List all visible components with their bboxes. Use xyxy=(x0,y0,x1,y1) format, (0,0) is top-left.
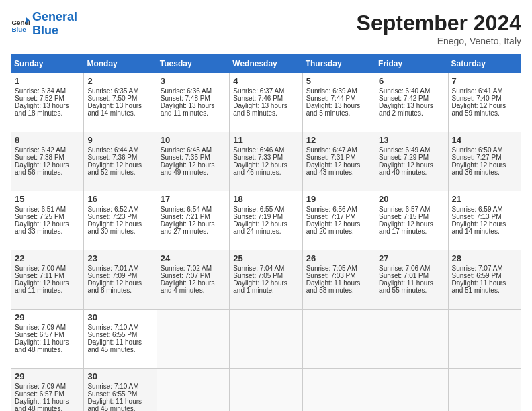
calendar-cell: 2Sunrise: 6:35 AMSunset: 7:50 PMDaylight… xyxy=(84,73,157,132)
calendar-cell: 5Sunrise: 6:39 AMSunset: 7:44 PMDaylight… xyxy=(302,73,375,132)
calendar-week-row: 22Sunrise: 7:00 AMSunset: 7:11 PMDayligh… xyxy=(11,250,521,310)
daylight: Daylight: 12 hours and 59 minutes. xyxy=(452,102,506,117)
daylight: Daylight: 13 hours and 11 minutes. xyxy=(161,102,215,117)
sunset: Sunset: 7:17 PM xyxy=(306,213,356,220)
sunrise: Sunrise: 6:39 AM xyxy=(306,87,357,95)
calendar-cell: 17Sunrise: 6:54 AMSunset: 7:21 PMDayligh… xyxy=(157,191,229,250)
day-number: 30 xyxy=(87,312,152,322)
sunset: Sunset: 6:55 PM xyxy=(87,331,137,338)
calendar-cell xyxy=(375,369,448,412)
svg-text:Blue: Blue xyxy=(11,26,26,33)
sunrise: Sunrise: 6:52 AM xyxy=(87,205,138,213)
calendar-cell: 22Sunrise: 7:00 AMSunset: 7:11 PMDayligh… xyxy=(11,250,84,310)
daylight: Daylight: 12 hours and 52 minutes. xyxy=(87,161,142,176)
daylight: Daylight: 13 hours and 14 minutes. xyxy=(87,102,142,117)
title-area: September 2024 Enego, Veneto, Italy xyxy=(357,11,521,46)
day-header-saturday: Saturday xyxy=(448,55,521,73)
calendar-cell xyxy=(448,310,521,369)
calendar-cell: 30Sunrise: 7:10 AMSunset: 6:55 PMDayligh… xyxy=(84,369,157,412)
daylight: Daylight: 11 hours and 45 minutes. xyxy=(87,338,142,353)
sunrise: Sunrise: 6:36 AM xyxy=(161,87,212,95)
day-number: 7 xyxy=(452,76,517,86)
sunrise: Sunrise: 6:34 AM xyxy=(15,87,66,95)
daylight: Daylight: 11 hours and 48 minutes. xyxy=(15,398,69,411)
calendar-cell: 15Sunrise: 6:51 AMSunset: 7:25 PMDayligh… xyxy=(11,191,84,250)
calendar-table: SundayMondayTuesdayWednesdayThursdayFrid… xyxy=(11,54,521,411)
day-number: 11 xyxy=(233,135,298,145)
daylight: Daylight: 11 hours and 55 minutes. xyxy=(379,279,433,294)
calendar-week-row: 8Sunrise: 6:42 AMSunset: 7:38 PMDaylight… xyxy=(11,132,521,191)
calendar-cell: 7Sunrise: 6:41 AMSunset: 7:40 PMDaylight… xyxy=(448,73,521,132)
day-number: 24 xyxy=(161,253,226,263)
sunset: Sunset: 6:59 PM xyxy=(452,272,502,279)
day-number: 6 xyxy=(379,76,444,86)
calendar-cell xyxy=(302,369,375,412)
calendar-cell: 1Sunrise: 6:34 AMSunset: 7:52 PMDaylight… xyxy=(11,73,84,132)
day-number: 19 xyxy=(306,194,371,204)
daylight: Daylight: 12 hours and 1 minute. xyxy=(233,279,287,294)
sunrise: Sunrise: 6:35 AM xyxy=(87,87,138,95)
day-header-monday: Monday xyxy=(84,55,157,73)
calendar-cell xyxy=(302,310,375,369)
sunrise: Sunrise: 6:40 AM xyxy=(379,87,430,95)
sunrise: Sunrise: 6:56 AM xyxy=(306,205,357,213)
sunset: Sunset: 7:38 PM xyxy=(15,154,64,161)
daylight: Daylight: 12 hours and 24 minutes. xyxy=(233,220,287,235)
sunrise: Sunrise: 6:47 AM xyxy=(306,146,357,154)
daylight: Daylight: 12 hours and 56 minutes. xyxy=(15,161,69,176)
daylight: Daylight: 12 hours and 11 minutes. xyxy=(15,279,69,294)
calendar-cell: 26Sunrise: 7:05 AMSunset: 7:03 PMDayligh… xyxy=(302,250,375,310)
day-number: 9 xyxy=(87,135,152,145)
sunset: Sunset: 7:35 PM xyxy=(161,154,210,161)
day-number: 8 xyxy=(15,135,80,145)
calendar-cell: 6Sunrise: 6:40 AMSunset: 7:42 PMDaylight… xyxy=(375,73,448,132)
sunset: Sunset: 6:55 PM xyxy=(87,390,137,398)
sunset: Sunset: 7:05 PM xyxy=(233,272,283,279)
daylight: Daylight: 11 hours and 45 minutes. xyxy=(87,398,142,411)
sunset: Sunset: 7:03 PM xyxy=(306,272,356,279)
day-number: 12 xyxy=(306,135,371,145)
calendar-cell: 24Sunrise: 7:02 AMSunset: 7:07 PMDayligh… xyxy=(157,250,229,310)
logo-text: GeneralBlue xyxy=(32,11,77,38)
calendar-cell: 9Sunrise: 6:44 AMSunset: 7:36 PMDaylight… xyxy=(84,132,157,191)
sunrise: Sunrise: 7:05 AM xyxy=(306,265,357,272)
daylight: Daylight: 12 hours and 30 minutes. xyxy=(87,220,142,235)
daylight: Daylight: 12 hours and 46 minutes. xyxy=(233,161,287,176)
day-number: 25 xyxy=(233,253,298,263)
daylight: Daylight: 12 hours and 17 minutes. xyxy=(379,220,433,235)
logo: General Blue GeneralBlue xyxy=(11,11,77,38)
daylight: Daylight: 12 hours and 49 minutes. xyxy=(161,161,215,176)
sunset: Sunset: 7:42 PM xyxy=(379,95,429,102)
sunset: Sunset: 7:48 PM xyxy=(161,95,210,102)
sunset: Sunset: 7:19 PM xyxy=(233,213,283,220)
day-number: 22 xyxy=(15,253,80,263)
day-number: 1 xyxy=(15,76,80,86)
calendar-cell: 29Sunrise: 7:09 AMSunset: 6:57 PMDayligh… xyxy=(11,310,84,369)
sunrise: Sunrise: 6:57 AM xyxy=(379,205,430,213)
calendar-cell: 4Sunrise: 6:37 AMSunset: 7:46 PMDaylight… xyxy=(230,73,302,132)
daylight: Daylight: 12 hours and 27 minutes. xyxy=(161,220,215,235)
sunset: Sunset: 7:07 PM xyxy=(161,272,210,279)
day-number: 21 xyxy=(452,194,517,204)
calendar-cell xyxy=(375,310,448,369)
sunset: Sunset: 7:15 PM xyxy=(379,213,429,220)
sunrise: Sunrise: 7:10 AM xyxy=(87,383,138,390)
calendar-header-row: SundayMondayTuesdayWednesdayThursdayFrid… xyxy=(11,55,521,73)
calendar-cell: 30Sunrise: 7:10 AMSunset: 6:55 PMDayligh… xyxy=(84,310,157,369)
sunrise: Sunrise: 7:07 AM xyxy=(452,265,503,272)
day-number: 15 xyxy=(15,194,80,204)
sunset: Sunset: 7:11 PM xyxy=(15,272,64,279)
calendar-body: 1Sunrise: 6:34 AMSunset: 7:52 PMDaylight… xyxy=(11,73,521,412)
sunrise: Sunrise: 7:10 AM xyxy=(87,324,138,331)
daylight: Daylight: 13 hours and 18 minutes. xyxy=(15,102,69,117)
page-header: General Blue GeneralBlue September 2024 … xyxy=(11,11,521,46)
day-number: 29 xyxy=(15,312,80,322)
day-number: 26 xyxy=(306,253,371,263)
calendar-cell xyxy=(157,369,229,412)
sunrise: Sunrise: 6:42 AM xyxy=(15,146,66,154)
day-number: 18 xyxy=(233,194,298,204)
calendar-cell: 23Sunrise: 7:01 AMSunset: 7:09 PMDayligh… xyxy=(84,250,157,310)
calendar-cell xyxy=(230,310,302,369)
sunset: Sunset: 7:52 PM xyxy=(15,95,64,102)
sunrise: Sunrise: 7:02 AM xyxy=(161,265,212,272)
